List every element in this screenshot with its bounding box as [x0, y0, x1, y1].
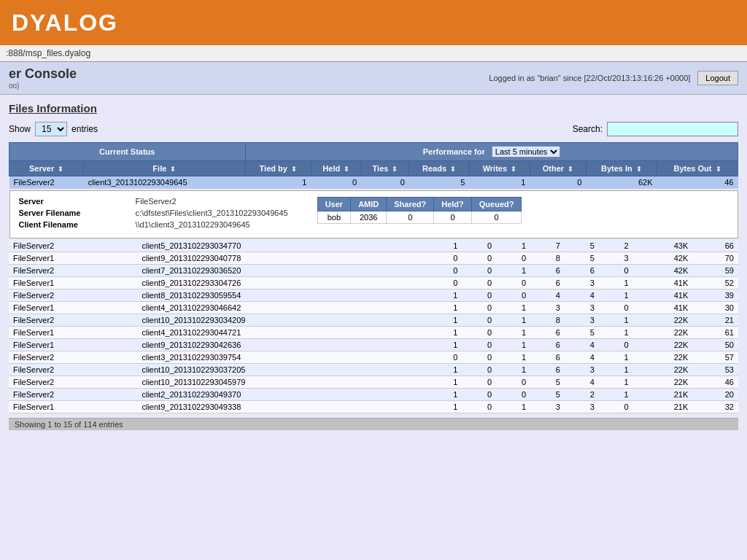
table-row[interactable]: FileServer1client9_201310229304933810133…: [9, 401, 738, 413]
url-text: :888/msp_files.dyalog: [6, 48, 90, 58]
table-row[interactable]: FileServer2client5_201310229303477010175…: [9, 240, 738, 252]
table-cell: 0: [462, 277, 496, 289]
table-cell: 21K: [633, 401, 693, 413]
main-scroll-area[interactable]: Files Information Show 15 25 50 entries …: [0, 95, 747, 560]
table-cell: client3_2013102293039754: [137, 351, 427, 364]
table-cell: 0: [462, 252, 496, 265]
table-cell: 0: [599, 401, 633, 413]
table-row[interactable]: FileServer2client10_20131022930372051016…: [9, 364, 738, 376]
table-cell: 3: [565, 401, 599, 413]
table-row[interactable]: FileServer2client7_201310229303652000166…: [9, 265, 738, 277]
table-row[interactable]: FileServer2client8_201310229305955410044…: [9, 289, 738, 302]
detail-client-label: Client Filename: [19, 220, 107, 229]
table-cell: 0: [462, 327, 496, 339]
table-cell: 39: [692, 289, 738, 302]
table-status: Showing 1 to 15 of 114 entries: [9, 418, 738, 430]
table-cell: 1: [496, 401, 530, 413]
cell-reads: 5: [409, 176, 469, 189]
table-row[interactable]: FileServer1client9_201310229330472600063…: [9, 277, 738, 289]
table-cell: FileServer1: [9, 339, 137, 351]
table-row[interactable]: FileServer2client10_20131022930459791005…: [9, 376, 738, 389]
table-cell: 22K: [633, 314, 693, 327]
cell-bytes-out: 46: [657, 176, 738, 189]
table-cell: 59: [692, 265, 738, 277]
table-cell: FileServer1: [9, 327, 137, 339]
table-cell: 22K: [633, 351, 693, 364]
detail-user: bob: [317, 211, 350, 224]
detail-queued: 0: [471, 211, 522, 224]
table-cell: 22K: [633, 364, 693, 376]
table-cell: 22K: [633, 376, 693, 389]
detail-grid-row: bob 2036 0 0 0: [317, 211, 522, 224]
app-wrapper: er Console oo) Logged in as "brian" sinc…: [0, 62, 747, 560]
detail-col-shared: Shared?: [387, 198, 434, 211]
table-cell: 66: [692, 240, 738, 252]
table-cell: 4: [565, 376, 599, 389]
detail-box: Server FileServer2 Server Filename c:\df…: [9, 190, 738, 238]
show-label: Show: [9, 124, 31, 134]
col-writes[interactable]: Writes ⇕: [469, 161, 530, 176]
col-bytes-out[interactable]: Bytes Out ⇕: [657, 161, 738, 176]
search-input[interactable]: [607, 122, 738, 136]
table-cell: client4_2013102293044721: [137, 327, 427, 339]
performance-period-select[interactable]: Last 5 minutes: [492, 146, 560, 158]
detail-filename-val: c:\dfstest\Files\client3_201310229304964…: [136, 209, 288, 217]
table-cell: client9_2013102293042636: [137, 339, 427, 351]
col-other[interactable]: Other ⇕: [530, 161, 586, 176]
table-row[interactable]: FileServer1client4_201310229304472110165…: [9, 327, 738, 339]
table-cell: 0: [599, 302, 633, 314]
cell-ties: 0: [361, 176, 409, 189]
detail-col-amid: AMID: [351, 198, 387, 211]
table-cell: 0: [599, 339, 633, 351]
app-title-bar: er Console oo) Logged in as "brian" sinc…: [0, 62, 747, 95]
col-file[interactable]: File ⇕: [84, 161, 245, 176]
table-cell: 0: [496, 277, 530, 289]
table-cell: 0: [462, 389, 496, 401]
table-cell: 0: [462, 401, 496, 413]
entries-per-page-select[interactable]: 15 25 50: [35, 122, 67, 136]
table-row[interactable]: FileServer2client10_20131022930342091018…: [9, 314, 738, 327]
table-cell: 41K: [633, 302, 693, 314]
table-cell: 53: [692, 364, 738, 376]
cell-file: client3_2013102293049645: [84, 176, 245, 189]
table-cell: 20: [692, 389, 738, 401]
table-cell: 43K: [633, 240, 693, 252]
table-row[interactable]: FileServer2client3_201310229303975400164…: [9, 351, 738, 364]
table-cell: 1: [496, 364, 530, 376]
table-cell: client2_2013102293049370: [137, 389, 427, 401]
col-server[interactable]: Server ⇕: [9, 161, 84, 176]
table-row[interactable]: FileServer1client9_201310229304263610164…: [9, 339, 738, 351]
table-row[interactable]: FileServer2client2_201310229304937010052…: [9, 389, 738, 401]
table-row[interactable]: FileServer1client9_201310229304077800085…: [9, 252, 738, 265]
app-header-bar: DYALOG: [0, 0, 747, 45]
table-row[interactable]: FileServer2 client3_2013102293049645 1 0…: [9, 176, 738, 189]
table-cell: 0: [462, 364, 496, 376]
col-held[interactable]: Held ⇕: [311, 161, 361, 176]
table-cell: 42K: [633, 252, 693, 265]
current-status-header: Current Status: [9, 143, 246, 161]
col-ties[interactable]: Ties ⇕: [361, 161, 409, 176]
col-reads[interactable]: Reads ⇕: [409, 161, 469, 176]
table-cell: 22K: [633, 327, 693, 339]
table-cell: 1: [427, 327, 462, 339]
table-cell: 41K: [633, 289, 693, 302]
table-cell: 41K: [633, 277, 693, 289]
files-table: Current Status Performance for Last 5 mi…: [9, 142, 738, 240]
table-cell: client10_2013102293045979: [137, 376, 427, 389]
table-cell: 1: [496, 327, 530, 339]
table-cell: 21: [692, 314, 738, 327]
table-cell: client5_2013102293034770: [137, 240, 427, 252]
col-tied-by[interactable]: Tied by ⇕: [245, 161, 311, 176]
table-cell: 0: [496, 376, 530, 389]
table-cell: 1: [427, 401, 462, 413]
table-cell: 1: [599, 289, 633, 302]
table-cell: FileServer1: [9, 302, 137, 314]
table-cell: 2: [565, 389, 599, 401]
col-bytes-in[interactable]: Bytes In ⇕: [586, 161, 657, 176]
logout-button[interactable]: Logout: [697, 71, 738, 85]
table-cell: 1: [599, 389, 633, 401]
table-row[interactable]: FileServer1client4_201310229304664210133…: [9, 302, 738, 314]
table-cell: 8: [530, 252, 565, 265]
table-cell: FileServer2: [9, 351, 137, 364]
table-cell: 0: [462, 240, 496, 252]
